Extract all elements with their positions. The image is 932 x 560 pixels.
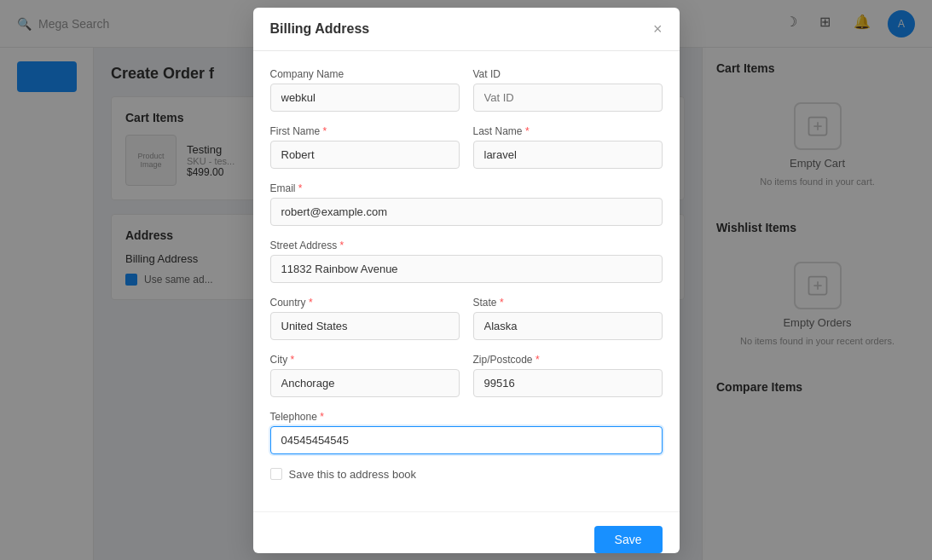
save-address-label: Save this to address book xyxy=(289,468,417,481)
company-name-input[interactable] xyxy=(270,84,460,112)
save-address-checkbox[interactable] xyxy=(270,468,282,480)
name-row: First Name * Last Name * xyxy=(270,125,663,169)
first-name-label: First Name * xyxy=(270,125,460,137)
telephone-input[interactable] xyxy=(270,426,663,454)
city-label: City * xyxy=(270,354,460,366)
save-address-row: Save this to address book xyxy=(270,468,663,481)
modal-close-button[interactable]: × xyxy=(653,21,663,37)
street-address-input[interactable] xyxy=(270,255,663,283)
modal-title: Billing Address xyxy=(270,21,370,37)
country-input[interactable] xyxy=(270,312,460,340)
telephone-row: Telephone * xyxy=(270,411,663,454)
first-name-required: * xyxy=(323,125,327,137)
last-name-group: Last Name * xyxy=(473,125,663,169)
vat-id-label: Vat ID xyxy=(473,68,663,80)
email-label: Email * xyxy=(270,182,663,194)
city-input[interactable] xyxy=(270,369,460,397)
last-name-input[interactable] xyxy=(473,141,663,169)
company-name-group: Company Name xyxy=(270,68,460,112)
email-row: Email * xyxy=(270,182,663,226)
street-address-group: Street Address * xyxy=(270,240,663,283)
city-zip-row: City * Zip/Postcode * xyxy=(270,354,663,397)
city-group: City * xyxy=(270,354,460,397)
state-group: State * xyxy=(473,297,663,340)
company-name-label: Company Name xyxy=(270,68,460,80)
vat-id-group: Vat ID xyxy=(473,68,663,112)
zip-input[interactable] xyxy=(473,369,663,397)
modal-body: Company Name Vat ID First Name * Last Na… xyxy=(253,51,680,511)
country-label: Country * xyxy=(270,297,460,309)
first-name-group: First Name * xyxy=(270,125,460,169)
last-name-required: * xyxy=(525,125,530,137)
email-input[interactable] xyxy=(270,198,663,226)
country-state-row: Country * State * xyxy=(270,297,663,340)
email-group: Email * xyxy=(270,182,663,226)
modal-header: Billing Address × xyxy=(253,8,680,51)
zip-label: Zip/Postcode * xyxy=(473,354,663,366)
state-input[interactable] xyxy=(473,312,663,340)
modal-footer: Save xyxy=(253,511,680,553)
vat-id-input[interactable] xyxy=(473,84,663,112)
country-group: Country * xyxy=(270,297,460,340)
billing-address-modal: Billing Address × Company Name Vat ID Fi… xyxy=(253,8,680,553)
state-label: State * xyxy=(473,297,663,309)
street-address-label: Street Address * xyxy=(270,240,663,251)
first-name-input[interactable] xyxy=(270,141,460,169)
telephone-group: Telephone * xyxy=(270,411,663,454)
telephone-label: Telephone * xyxy=(270,411,663,423)
zip-group: Zip/Postcode * xyxy=(473,354,663,397)
last-name-label: Last Name * xyxy=(473,125,663,137)
company-vat-row: Company Name Vat ID xyxy=(270,68,663,112)
save-button[interactable]: Save xyxy=(594,526,663,553)
street-row: Street Address * xyxy=(270,240,663,283)
